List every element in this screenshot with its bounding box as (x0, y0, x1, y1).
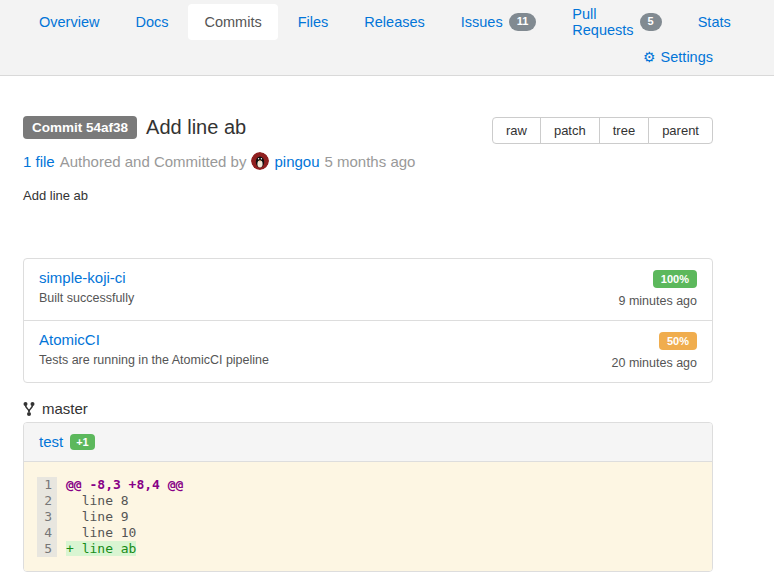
ci-row-right: 100% 9 minutes ago (618, 269, 697, 308)
commit-action-buttons: raw patch tree parent (492, 117, 713, 144)
ci-status-panel: simple-koji-ci Built successfully 100% 9… (23, 258, 713, 383)
ci-status-text: Tests are running in the AtomicCI pipeli… (39, 353, 269, 367)
commit-title-group: Commit 54af38 Add line ab (23, 116, 246, 139)
diff-line: 3 line 9 (37, 509, 697, 525)
tree-button[interactable]: tree (599, 117, 649, 144)
context-line: line 10 (57, 525, 136, 541)
tab-issues[interactable]: Issues 11 (445, 4, 553, 40)
diff-body: 1 @@ -8,3 +8,4 @@ 2 line 8 3 line 9 4 li… (24, 462, 712, 571)
ci-row-right: 50% 20 minutes ago (612, 331, 697, 370)
diff-line: 4 line 10 (37, 525, 697, 541)
ci-name-link[interactable]: simple-koji-ci (39, 269, 126, 286)
context-line: line 8 (57, 493, 129, 509)
tab-issues-label: Issues (461, 14, 503, 30)
settings-row: ⚙ Settings (23, 40, 713, 74)
ci-name-link[interactable]: AtomicCI (39, 331, 100, 348)
tab-pull-requests[interactable]: Pull Requests 5 (556, 4, 677, 40)
ci-row-left: simple-koji-ci Built successfully (39, 269, 134, 308)
parent-button[interactable]: parent (648, 117, 713, 144)
commit-time: 5 months ago (325, 153, 416, 170)
tab-pull-requests-label: Pull Requests (572, 6, 633, 38)
context-line: line 9 (57, 509, 129, 525)
byline-text: Authored and Committed by (60, 153, 247, 170)
diff-file-header: test +1 (24, 423, 712, 462)
raw-button[interactable]: raw (492, 117, 541, 144)
top-navbar: Overview Docs Commits Files Releases Iss… (0, 0, 774, 76)
additions-badge: +1 (70, 434, 95, 450)
tab-overview[interactable]: Overview (23, 4, 115, 40)
added-line-text: + line ab (66, 541, 136, 556)
settings-link-label: Settings (661, 49, 713, 65)
diff-line: 1 @@ -8,3 +8,4 @@ (37, 477, 697, 493)
line-number: 2 (37, 493, 57, 509)
line-number: 3 (37, 509, 57, 525)
issues-count-badge: 11 (509, 13, 537, 30)
tab-docs[interactable]: Docs (119, 4, 184, 40)
tab-files[interactable]: Files (282, 4, 345, 40)
gear-icon: ⚙ (643, 50, 656, 64)
added-line: + line ab (57, 541, 136, 557)
pull-requests-count-badge: 5 (640, 13, 662, 30)
ci-row-left: AtomicCI Tests are running in the Atomic… (39, 331, 269, 370)
tab-releases[interactable]: Releases (348, 4, 440, 40)
diff-line: 2 line 8 (37, 493, 697, 509)
commit-page: Commit 54af38 Add line ab raw patch tree… (23, 116, 713, 572)
ci-time: 9 minutes ago (618, 294, 697, 308)
diff-panel: test +1 1 @@ -8,3 +8,4 @@ 2 line 8 3 lin… (23, 422, 713, 572)
ci-percent-badge: 50% (659, 332, 697, 350)
tab-stats[interactable]: Stats (682, 4, 747, 40)
hunk-header: @@ -8,3 +8,4 @@ (57, 477, 183, 493)
ci-status-text: Built successfully (39, 291, 134, 305)
files-changed-link[interactable]: 1 file (23, 153, 55, 170)
diff-file-link[interactable]: test (39, 433, 63, 450)
line-number: 4 (37, 525, 57, 541)
branch-icon (23, 401, 35, 417)
tab-commits[interactable]: Commits (188, 4, 277, 40)
line-number: 5 (37, 541, 57, 557)
author-link[interactable]: pingou (274, 153, 319, 170)
diff-line: 5 + line ab (37, 541, 697, 557)
ci-percent-badge: 100% (653, 270, 697, 288)
repo-nav-tabs: Overview Docs Commits Files Releases Iss… (23, 0, 713, 40)
commit-title: Add line ab (146, 116, 246, 139)
branch-heading: master (23, 400, 713, 417)
branch-name: master (42, 400, 88, 417)
commit-hash-badge: Commit 54af38 (23, 116, 137, 139)
commit-header: Commit 54af38 Add line ab raw patch tree… (23, 116, 713, 144)
commit-message: Add line ab (23, 188, 713, 203)
avatar (251, 152, 269, 170)
ci-time: 20 minutes ago (612, 356, 697, 370)
patch-button[interactable]: patch (540, 117, 600, 144)
settings-link[interactable]: ⚙ Settings (643, 49, 713, 65)
commit-byline: 1 file Authored and Committed by pingou … (23, 152, 713, 170)
ci-row-simple-koji-ci: simple-koji-ci Built successfully 100% 9… (24, 259, 712, 320)
ci-row-atomicci: AtomicCI Tests are running in the Atomic… (24, 320, 712, 382)
line-number: 1 (37, 477, 57, 493)
